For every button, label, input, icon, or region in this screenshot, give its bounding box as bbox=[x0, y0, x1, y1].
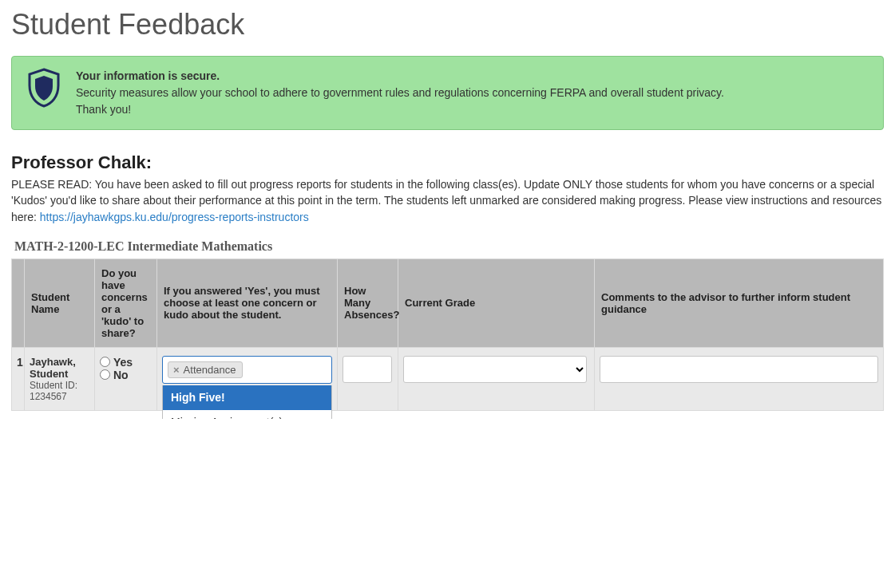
security-title: Your information is secure. bbox=[76, 68, 724, 85]
col-concerns: Do you have concerns or a 'kudo' to shar… bbox=[95, 258, 157, 347]
row-index: 1 bbox=[12, 347, 25, 410]
radio-yes[interactable] bbox=[100, 357, 110, 367]
table-row: 1 Jayhawk, Student Student ID: 1234567 Y… bbox=[12, 347, 884, 410]
course-title: MATH-2-1200-LEC Intermediate Mathematics bbox=[14, 239, 884, 254]
radio-yes-label[interactable]: Yes bbox=[100, 356, 152, 369]
page-title: Student Feedback bbox=[11, 8, 884, 41]
col-index bbox=[12, 258, 25, 347]
feedback-table: Student Name Do you have concerns or a '… bbox=[11, 258, 884, 411]
grade-select[interactable] bbox=[403, 356, 587, 383]
student-id: Student ID: 1234567 bbox=[30, 380, 89, 402]
col-reasons: If you answered 'Yes', you must choose a… bbox=[157, 258, 338, 347]
col-grade: Current Grade bbox=[398, 258, 595, 347]
comments-input[interactable] bbox=[600, 356, 878, 383]
security-line2: Thank you! bbox=[76, 101, 724, 118]
student-name: Jayhawk, Student bbox=[30, 356, 89, 380]
instructions-text: PLEASE READ: You have been asked to fill… bbox=[11, 176, 884, 225]
instructions-link[interactable]: https://jayhawkgps.ku.edu/progress-repor… bbox=[40, 211, 309, 223]
radio-no[interactable] bbox=[100, 369, 110, 380]
security-banner: Your information is secure. Security mea… bbox=[11, 56, 884, 130]
col-comments: Comments to the advisor to further infor… bbox=[595, 258, 884, 347]
dropdown-option[interactable]: Missing Assignment(s) bbox=[163, 410, 331, 419]
col-student-name: Student Name bbox=[25, 258, 95, 347]
yes-text: Yes bbox=[113, 356, 133, 369]
selected-tag-label: Attendance bbox=[184, 364, 236, 376]
radio-no-label[interactable]: No bbox=[100, 369, 152, 381]
no-text: No bbox=[113, 369, 129, 381]
professor-heading: Professor Chalk: bbox=[11, 152, 884, 173]
reasons-multiselect[interactable]: × Attendance High Five!Missing Assignmen… bbox=[162, 356, 332, 384]
dropdown-option[interactable]: High Five! bbox=[163, 385, 331, 410]
col-absences: How Many Absences? bbox=[338, 258, 398, 347]
shield-icon bbox=[26, 68, 61, 108]
absences-input[interactable] bbox=[343, 356, 392, 383]
selected-tag[interactable]: × Attendance bbox=[168, 361, 243, 378]
remove-tag-icon[interactable]: × bbox=[173, 364, 180, 376]
reasons-dropdown[interactable]: High Five!Missing Assignment(s)Non-acade… bbox=[162, 385, 332, 419]
security-line1: Security measures allow your school to a… bbox=[76, 85, 724, 101]
